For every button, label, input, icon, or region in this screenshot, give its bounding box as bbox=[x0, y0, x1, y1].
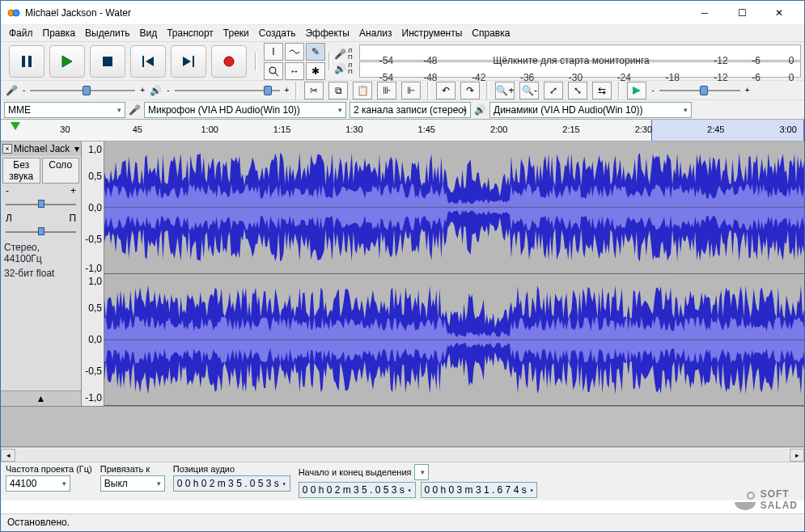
timeshift-tool[interactable]: ↔ bbox=[285, 62, 304, 80]
envelope-tool[interactable] bbox=[285, 43, 304, 61]
menu-transport[interactable]: Транспорт bbox=[162, 26, 218, 40]
timeline-ruler[interactable]: 30 45 1:00 1:15 1:30 1:45 2:00 2:15 2:30… bbox=[1, 119, 804, 141]
svg-marker-8 bbox=[183, 57, 191, 66]
audio-host-combo[interactable]: MME bbox=[4, 102, 125, 118]
svg-rect-5 bbox=[103, 57, 112, 66]
menu-view[interactable]: Вид bbox=[134, 26, 162, 40]
playback-device-combo[interactable]: Динамики (VIA HD Audio(Win 10)) bbox=[489, 102, 692, 118]
meter-tick: -6 bbox=[752, 72, 761, 83]
play-at-speed-button[interactable] bbox=[627, 82, 646, 99]
ruler-tick: 45 bbox=[133, 125, 142, 134]
trim-button[interactable]: ⊪ bbox=[377, 82, 396, 99]
horizontal-scrollbar[interactable]: ◂ ▸ bbox=[1, 447, 804, 462]
copy-button[interactable]: ⧉ bbox=[328, 82, 348, 99]
svg-marker-13 bbox=[633, 87, 641, 95]
vertical-scale[interactable]: 1,0 0,5 0,0 -0,5 -1,0 1,0 0,5 0,0 -0,5 -… bbox=[82, 141, 104, 406]
pause-button[interactable] bbox=[9, 45, 44, 78]
meter-tick: -6 bbox=[752, 55, 761, 66]
menu-analyze[interactable]: Анализ bbox=[354, 26, 397, 40]
meter-tick: -48 bbox=[423, 55, 437, 66]
fit-project-button[interactable]: ⤡ bbox=[568, 82, 587, 99]
meter-tick: -42 bbox=[472, 72, 485, 83]
audio-position-field[interactable]: 0 0 h 0 2 m 3 5 . 0 5 3 s bbox=[173, 475, 290, 492]
track-name[interactable]: Michael Jack bbox=[14, 143, 73, 154]
meter-tick: 0 bbox=[789, 72, 794, 83]
project-rate-label: Частота проекта (Гц) bbox=[6, 464, 92, 474]
selection-tool[interactable]: I bbox=[264, 43, 283, 61]
separator bbox=[295, 82, 298, 99]
silence-button[interactable]: ⊩ bbox=[401, 82, 421, 99]
selection-end-field[interactable]: 0 0 h 0 3 m 3 1 . 6 7 4 s bbox=[421, 482, 538, 498]
track-format-info: Стерео, 44100Гц bbox=[1, 240, 81, 266]
zoom-out-button[interactable]: 🔍- bbox=[519, 82, 539, 99]
selection-start-field[interactable]: 0 0 h 0 2 m 3 5 . 0 5 3 s bbox=[299, 482, 416, 498]
zoom-tool[interactable] bbox=[264, 62, 283, 80]
speaker-icon: 🔊 bbox=[474, 104, 486, 116]
recording-channels-combo[interactable]: 2 канала записи (стерео) bbox=[350, 102, 471, 118]
playhead-icon[interactable] bbox=[11, 122, 20, 130]
recording-volume-slider[interactable] bbox=[30, 85, 135, 96]
close-button[interactable]: ✕ bbox=[761, 1, 798, 25]
redo-button[interactable]: ↷ bbox=[460, 82, 480, 99]
watermark: SOFTSALAD bbox=[733, 488, 798, 512]
audio-position-label: Позиция аудио bbox=[173, 464, 290, 474]
zoom-in-button[interactable]: 🔍+ bbox=[495, 82, 515, 99]
menu-help[interactable]: Справка bbox=[467, 26, 515, 40]
scroll-left-button[interactable]: ◂ bbox=[1, 449, 15, 462]
mute-button[interactable]: Без звука bbox=[2, 158, 40, 184]
track-bit-info: 32-бит float bbox=[1, 266, 81, 281]
zoom-toggle-button[interactable]: ⇆ bbox=[592, 82, 612, 99]
transport-toolbar: I ✎ ↔ ✱ 🎤 ЛП 🔊 ЛП -54 -48 Щёлкните для с… bbox=[1, 41, 804, 80]
paste-button[interactable]: 📋 bbox=[353, 82, 372, 99]
minimize-button[interactable]: ─ bbox=[686, 1, 723, 25]
scroll-right-button[interactable]: ▸ bbox=[790, 449, 804, 462]
meter-hint: Щёлкните для старта мониторинга bbox=[493, 55, 650, 66]
track-close-button[interactable]: × bbox=[2, 144, 12, 154]
record-button[interactable] bbox=[211, 45, 247, 78]
skip-start-button[interactable] bbox=[130, 45, 166, 78]
waveform-right[interactable] bbox=[104, 274, 804, 407]
project-rate-combo[interactable]: 44100 bbox=[6, 475, 70, 492]
meter-tick: -36 bbox=[520, 72, 534, 83]
play-button[interactable] bbox=[49, 45, 85, 78]
menu-generate[interactable]: Создать bbox=[254, 26, 301, 40]
menu-select[interactable]: Выделить bbox=[80, 26, 134, 40]
mic-icon: 🎤 bbox=[6, 85, 18, 96]
recording-device-combo[interactable]: Микрофон (VIA HD Audio(Win 10)) bbox=[144, 102, 346, 118]
stop-button[interactable] bbox=[90, 45, 125, 78]
multi-tool[interactable]: ✱ bbox=[306, 62, 325, 80]
meter-tick: -12 bbox=[714, 72, 727, 83]
track-pan-slider[interactable] bbox=[6, 227, 76, 237]
menu-edit[interactable]: Правка bbox=[38, 26, 81, 40]
speaker-icon: 🔊 bbox=[334, 63, 346, 74]
svg-point-1 bbox=[13, 10, 19, 16]
menu-tracks[interactable]: Треки bbox=[218, 26, 254, 40]
solo-button[interactable]: Соло bbox=[42, 158, 80, 184]
menu-tools[interactable]: Инструменты bbox=[397, 26, 468, 40]
selection-mode-combo[interactable] bbox=[414, 464, 429, 480]
maximize-button[interactable]: ☐ bbox=[723, 1, 761, 25]
fit-selection-button[interactable]: ⤢ bbox=[544, 82, 563, 99]
tools-grid: I ✎ ↔ ✱ bbox=[264, 43, 325, 80]
playback-speed-slider[interactable] bbox=[659, 85, 740, 96]
skip-end-button[interactable] bbox=[171, 45, 206, 78]
separator bbox=[486, 82, 489, 99]
meter-tick: -54 bbox=[379, 55, 393, 66]
track-collapse-button[interactable]: ▲ bbox=[1, 391, 81, 406]
snap-to-combo[interactable]: Выкл bbox=[100, 475, 165, 492]
snap-to-label: Привязать к bbox=[100, 464, 165, 474]
menu-file[interactable]: Файл bbox=[4, 26, 38, 40]
waveform-left[interactable] bbox=[104, 141, 804, 274]
track-menu-button[interactable]: ▾ bbox=[74, 143, 79, 154]
undo-button[interactable]: ↶ bbox=[436, 82, 455, 99]
empty-track-area[interactable] bbox=[1, 407, 804, 447]
ruler-tick: 1:15 bbox=[273, 125, 290, 134]
track-gain-slider[interactable] bbox=[6, 200, 76, 209]
meter-tick: -48 bbox=[423, 72, 437, 83]
recording-meter[interactable]: -54 -48 Щёлкните для старта мониторинга … bbox=[359, 44, 801, 61]
playback-volume-slider[interactable] bbox=[175, 85, 280, 96]
menu-effects[interactable]: Эффекты bbox=[300, 26, 354, 40]
selection-toolbar: Частота проекта (Гц) 44100 Привязать к В… bbox=[1, 462, 804, 500]
cut-button[interactable]: ✂ bbox=[304, 82, 324, 99]
draw-tool[interactable]: ✎ bbox=[306, 43, 325, 61]
